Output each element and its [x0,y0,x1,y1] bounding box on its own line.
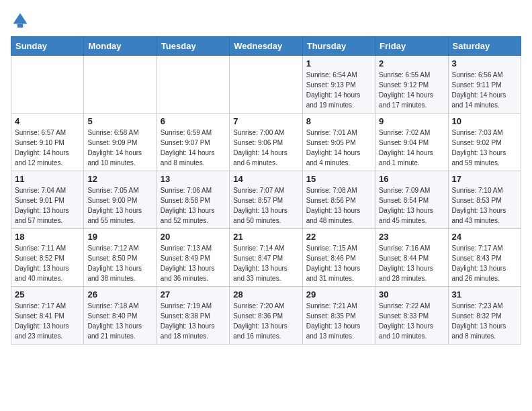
day-number: 9 [379,116,444,126]
empty-cell [230,56,302,113]
day-number: 29 [306,289,371,300]
day-cell-21: 21Sunrise: 7:14 AM Sunset: 8:47 PM Dayli… [230,229,302,287]
day-cell-24: 24Sunrise: 7:17 AM Sunset: 8:43 PM Dayli… [448,229,521,287]
day-info: Sunrise: 7:02 AM Sunset: 9:04 PM Dayligh… [379,128,444,168]
day-cell-8: 8Sunrise: 7:01 AM Sunset: 9:05 PM Daylig… [302,113,375,171]
day-number: 19 [87,232,152,242]
day-cell-13: 13Sunrise: 7:06 AM Sunset: 8:58 PM Dayli… [157,171,229,229]
day-info: Sunrise: 6:57 AM Sunset: 9:10 PM Dayligh… [15,128,80,168]
day-info: Sunrise: 7:19 AM Sunset: 8:38 PM Dayligh… [161,301,226,341]
day-header-wednesday: Wednesday [230,37,302,56]
svg-marker-0 [13,13,28,24]
day-cell-30: 30Sunrise: 7:22 AM Sunset: 8:33 PM Dayli… [375,287,448,345]
day-cell-17: 17Sunrise: 7:10 AM Sunset: 8:53 PM Dayli… [448,171,521,229]
calendar-table: SundayMondayTuesdayWednesdayThursdayFrid… [11,36,521,345]
day-number: 7 [233,116,298,126]
day-info: Sunrise: 7:03 AM Sunset: 9:02 PM Dayligh… [452,128,517,168]
day-info: Sunrise: 7:20 AM Sunset: 8:36 PM Dayligh… [233,301,298,341]
day-info: Sunrise: 7:07 AM Sunset: 8:57 PM Dayligh… [233,185,298,226]
day-number: 5 [87,116,152,126]
day-cell-31: 31Sunrise: 7:23 AM Sunset: 8:32 PM Dayli… [448,287,521,345]
day-info: Sunrise: 7:22 AM Sunset: 8:33 PM Dayligh… [379,301,444,341]
day-cell-19: 19Sunrise: 7:12 AM Sunset: 8:50 PM Dayli… [84,229,157,287]
calendar-body: 1Sunrise: 6:54 AM Sunset: 9:13 PM Daylig… [11,56,521,345]
day-number: 28 [233,289,298,300]
day-header-monday: Monday [84,37,157,56]
day-header-friday: Friday [375,37,448,56]
day-number: 20 [161,232,226,242]
day-info: Sunrise: 7:05 AM Sunset: 9:00 PM Dayligh… [87,185,152,226]
day-info: Sunrise: 7:16 AM Sunset: 8:44 PM Dayligh… [379,243,444,283]
day-cell-27: 27Sunrise: 7:19 AM Sunset: 8:38 PM Dayli… [157,287,229,345]
day-number: 25 [15,289,80,300]
day-cell-2: 2Sunrise: 6:55 AM Sunset: 9:12 PM Daylig… [375,56,448,113]
day-number: 14 [233,174,298,184]
day-info: Sunrise: 6:56 AM Sunset: 9:11 PM Dayligh… [452,70,517,110]
day-number: 1 [306,58,371,68]
day-info: Sunrise: 7:17 AM Sunset: 8:43 PM Dayligh… [452,243,517,283]
day-cell-15: 15Sunrise: 7:08 AM Sunset: 8:56 PM Dayli… [302,171,375,229]
day-header-saturday: Saturday [448,37,521,56]
calendar-header-row: SundayMondayTuesdayWednesdayThursdayFrid… [11,37,521,56]
day-number: 17 [452,174,517,184]
day-cell-10: 10Sunrise: 7:03 AM Sunset: 9:02 PM Dayli… [448,113,521,171]
day-number: 30 [379,289,444,300]
day-cell-12: 12Sunrise: 7:05 AM Sunset: 9:00 PM Dayli… [84,171,157,229]
day-cell-14: 14Sunrise: 7:07 AM Sunset: 8:57 PM Dayli… [230,171,302,229]
day-number: 22 [306,232,371,242]
week-row-4: 18Sunrise: 7:11 AM Sunset: 8:52 PM Dayli… [11,229,521,287]
day-info: Sunrise: 7:06 AM Sunset: 8:58 PM Dayligh… [161,185,226,226]
day-number: 11 [15,174,80,184]
week-row-5: 25Sunrise: 7:17 AM Sunset: 8:41 PM Dayli… [11,287,521,345]
day-number: 10 [452,116,517,126]
day-cell-29: 29Sunrise: 7:21 AM Sunset: 8:35 PM Dayli… [302,287,375,345]
day-info: Sunrise: 7:23 AM Sunset: 8:32 PM Dayligh… [452,301,517,341]
day-info: Sunrise: 7:13 AM Sunset: 8:49 PM Dayligh… [161,243,226,283]
day-cell-28: 28Sunrise: 7:20 AM Sunset: 8:36 PM Dayli… [230,287,302,345]
day-cell-18: 18Sunrise: 7:11 AM Sunset: 8:52 PM Dayli… [11,229,84,287]
day-cell-3: 3Sunrise: 6:56 AM Sunset: 9:11 PM Daylig… [448,56,521,113]
day-cell-26: 26Sunrise: 7:18 AM Sunset: 8:40 PM Dayli… [84,287,157,345]
day-number: 21 [233,232,298,242]
day-info: Sunrise: 6:54 AM Sunset: 9:13 PM Dayligh… [306,70,371,110]
day-info: Sunrise: 6:58 AM Sunset: 9:09 PM Dayligh… [87,128,152,168]
day-info: Sunrise: 7:09 AM Sunset: 8:54 PM Dayligh… [379,185,444,226]
week-row-3: 11Sunrise: 7:04 AM Sunset: 9:01 PM Dayli… [11,171,521,229]
empty-cell [157,56,229,113]
day-info: Sunrise: 6:55 AM Sunset: 9:12 PM Dayligh… [379,70,444,110]
empty-cell [11,56,84,113]
day-number: 18 [15,232,80,242]
day-info: Sunrise: 7:10 AM Sunset: 8:53 PM Dayligh… [452,185,517,226]
day-cell-20: 20Sunrise: 7:13 AM Sunset: 8:49 PM Dayli… [157,229,229,287]
day-info: Sunrise: 7:01 AM Sunset: 9:05 PM Dayligh… [306,128,371,168]
day-number: 26 [87,289,152,300]
day-number: 4 [15,116,80,126]
day-info: Sunrise: 7:11 AM Sunset: 8:52 PM Dayligh… [15,243,80,283]
day-number: 24 [452,232,517,242]
week-row-1: 1Sunrise: 6:54 AM Sunset: 9:13 PM Daylig… [11,56,521,113]
day-cell-7: 7Sunrise: 7:00 AM Sunset: 9:06 PM Daylig… [230,113,302,171]
day-number: 2 [379,58,444,68]
day-cell-23: 23Sunrise: 7:16 AM Sunset: 8:44 PM Dayli… [375,229,448,287]
day-info: Sunrise: 7:17 AM Sunset: 8:41 PM Dayligh… [15,301,80,341]
day-cell-16: 16Sunrise: 7:09 AM Sunset: 8:54 PM Dayli… [375,171,448,229]
day-cell-11: 11Sunrise: 7:04 AM Sunset: 9:01 PM Dayli… [11,171,84,229]
empty-cell [84,56,157,113]
day-info: Sunrise: 7:14 AM Sunset: 8:47 PM Dayligh… [233,243,298,283]
day-header-thursday: Thursday [302,37,375,56]
day-header-sunday: Sunday [11,37,84,56]
day-header-tuesday: Tuesday [157,37,229,56]
day-info: Sunrise: 7:00 AM Sunset: 9:06 PM Dayligh… [233,128,298,168]
day-cell-5: 5Sunrise: 6:58 AM Sunset: 9:09 PM Daylig… [84,113,157,171]
day-info: Sunrise: 6:59 AM Sunset: 9:07 PM Dayligh… [161,128,226,168]
day-cell-9: 9Sunrise: 7:02 AM Sunset: 9:04 PM Daylig… [375,113,448,171]
day-number: 27 [161,289,226,300]
day-info: Sunrise: 7:18 AM Sunset: 8:40 PM Dayligh… [87,301,152,341]
day-info: Sunrise: 7:08 AM Sunset: 8:56 PM Dayligh… [306,185,371,226]
day-number: 12 [87,174,152,184]
day-number: 3 [452,58,517,68]
day-number: 13 [161,174,226,184]
day-number: 6 [161,116,226,126]
logo-icon [11,11,30,30]
day-number: 31 [452,289,517,300]
